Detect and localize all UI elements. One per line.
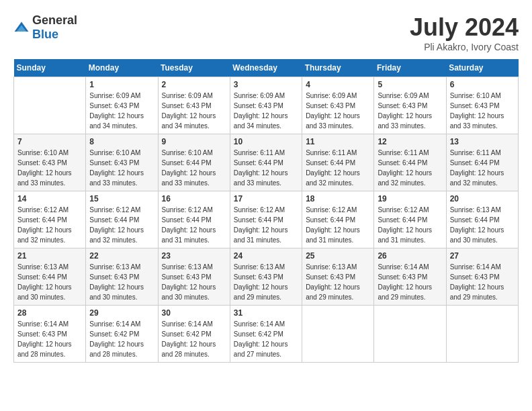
col-sunday: Sunday — [14, 59, 86, 77]
table-row: 28Sunrise: 6:14 AM Sunset: 6:43 PM Dayli… — [14, 306, 86, 363]
day-info: Sunrise: 6:14 AM Sunset: 6:43 PM Dayligh… — [378, 262, 442, 302]
day-info: Sunrise: 6:14 AM Sunset: 6:42 PM Dayligh… — [162, 319, 226, 359]
table-row: 11Sunrise: 6:11 AM Sunset: 6:44 PM Dayli… — [302, 134, 374, 191]
table-row: 21Sunrise: 6:13 AM Sunset: 6:44 PM Dayli… — [14, 248, 86, 306]
general-blue-logo-icon — [13, 21, 30, 34]
table-row: 1Sunrise: 6:09 AM Sunset: 6:43 PM Daylig… — [86, 77, 158, 134]
location-subtitle: Pli Akakro, Ivory Coast — [410, 42, 519, 52]
day-info: Sunrise: 6:13 AM Sunset: 6:44 PM Dayligh… — [450, 205, 515, 245]
table-row: 25Sunrise: 6:13 AM Sunset: 6:43 PM Dayli… — [302, 248, 374, 306]
logo-general-text: General — [32, 13, 77, 27]
table-row — [14, 77, 86, 134]
table-row: 9Sunrise: 6:10 AM Sunset: 6:44 PM Daylig… — [158, 134, 230, 191]
calendar-week-row: 21Sunrise: 6:13 AM Sunset: 6:44 PM Dayli… — [14, 248, 519, 306]
logo: General Blue — [13, 13, 77, 42]
day-number: 11 — [306, 137, 370, 146]
day-number: 21 — [17, 251, 82, 261]
day-number: 28 — [17, 308, 82, 318]
day-info: Sunrise: 6:11 AM Sunset: 6:44 PM Dayligh… — [306, 148, 370, 188]
table-row: 3Sunrise: 6:09 AM Sunset: 6:43 PM Daylig… — [230, 77, 302, 134]
day-number: 30 — [162, 308, 226, 318]
day-info: Sunrise: 6:12 AM Sunset: 6:44 PM Dayligh… — [89, 205, 154, 245]
day-info: Sunrise: 6:11 AM Sunset: 6:44 PM Dayligh… — [378, 148, 442, 188]
day-number: 7 — [17, 137, 82, 146]
day-number: 19 — [378, 194, 442, 203]
day-number: 16 — [162, 194, 226, 203]
table-row: 13Sunrise: 6:11 AM Sunset: 6:44 PM Dayli… — [446, 134, 518, 191]
table-row: 20Sunrise: 6:13 AM Sunset: 6:44 PM Dayli… — [446, 191, 518, 248]
day-number: 26 — [378, 251, 442, 261]
table-row: 29Sunrise: 6:14 AM Sunset: 6:42 PM Dayli… — [86, 306, 158, 363]
table-row: 23Sunrise: 6:13 AM Sunset: 6:43 PM Dayli… — [158, 248, 230, 306]
table-row: 26Sunrise: 6:14 AM Sunset: 6:43 PM Dayli… — [374, 248, 446, 306]
table-row: 19Sunrise: 6:12 AM Sunset: 6:44 PM Dayli… — [374, 191, 446, 248]
day-number: 1 — [89, 80, 154, 89]
table-row: 14Sunrise: 6:12 AM Sunset: 6:44 PM Dayli… — [14, 191, 86, 248]
day-info: Sunrise: 6:09 AM Sunset: 6:43 PM Dayligh… — [89, 91, 154, 131]
day-number: 8 — [89, 137, 154, 146]
table-row: 30Sunrise: 6:14 AM Sunset: 6:42 PM Dayli… — [158, 306, 230, 363]
day-info: Sunrise: 6:13 AM Sunset: 6:43 PM Dayligh… — [234, 262, 298, 302]
calendar-week-row: 1Sunrise: 6:09 AM Sunset: 6:43 PM Daylig… — [14, 77, 519, 134]
day-number: 17 — [234, 194, 298, 203]
day-number: 23 — [162, 251, 226, 261]
day-number: 5 — [378, 80, 442, 89]
day-info: Sunrise: 6:12 AM Sunset: 6:44 PM Dayligh… — [378, 205, 442, 245]
day-number: 6 — [450, 80, 515, 89]
calendar-week-row: 14Sunrise: 6:12 AM Sunset: 6:44 PM Dayli… — [14, 191, 519, 248]
day-info: Sunrise: 6:11 AM Sunset: 6:44 PM Dayligh… — [450, 148, 515, 188]
day-info: Sunrise: 6:14 AM Sunset: 6:42 PM Dayligh… — [234, 319, 298, 359]
table-row: 18Sunrise: 6:12 AM Sunset: 6:44 PM Dayli… — [302, 191, 374, 248]
day-number: 18 — [306, 194, 370, 203]
day-info: Sunrise: 6:10 AM Sunset: 6:43 PM Dayligh… — [450, 91, 515, 131]
calendar-header-row: Sunday Monday Tuesday Wednesday Thursday… — [14, 59, 519, 77]
table-row: 5Sunrise: 6:09 AM Sunset: 6:43 PM Daylig… — [374, 77, 446, 134]
day-number: 29 — [89, 308, 154, 318]
day-number: 25 — [306, 251, 370, 261]
table-row: 31Sunrise: 6:14 AM Sunset: 6:42 PM Dayli… — [230, 306, 302, 363]
day-info: Sunrise: 6:10 AM Sunset: 6:44 PM Dayligh… — [162, 148, 226, 188]
day-info: Sunrise: 6:11 AM Sunset: 6:44 PM Dayligh… — [234, 148, 298, 188]
table-row: 8Sunrise: 6:10 AM Sunset: 6:43 PM Daylig… — [86, 134, 158, 191]
day-number: 9 — [162, 137, 226, 146]
day-info: Sunrise: 6:10 AM Sunset: 6:43 PM Dayligh… — [89, 148, 154, 188]
day-number: 20 — [450, 194, 515, 203]
day-info: Sunrise: 6:13 AM Sunset: 6:43 PM Dayligh… — [306, 262, 370, 302]
title-area: July 2024 Pli Akakro, Ivory Coast — [410, 13, 519, 52]
day-number: 13 — [450, 137, 515, 146]
table-row — [446, 306, 518, 363]
day-number: 24 — [234, 251, 298, 261]
logo-blue-text: Blue — [32, 28, 58, 41]
col-monday: Monday — [86, 59, 158, 77]
day-info: Sunrise: 6:12 AM Sunset: 6:44 PM Dayligh… — [234, 205, 298, 245]
day-number: 4 — [306, 80, 370, 89]
table-row: 4Sunrise: 6:09 AM Sunset: 6:43 PM Daylig… — [302, 77, 374, 134]
col-friday: Friday — [374, 59, 446, 77]
col-saturday: Saturday — [446, 59, 518, 77]
day-info: Sunrise: 6:13 AM Sunset: 6:43 PM Dayligh… — [89, 262, 154, 302]
table-row: 15Sunrise: 6:12 AM Sunset: 6:44 PM Dayli… — [86, 191, 158, 248]
table-row — [302, 306, 374, 363]
col-tuesday: Tuesday — [158, 59, 230, 77]
table-row: 10Sunrise: 6:11 AM Sunset: 6:44 PM Dayli… — [230, 134, 302, 191]
col-wednesday: Wednesday — [230, 59, 302, 77]
table-row: 22Sunrise: 6:13 AM Sunset: 6:43 PM Dayli… — [86, 248, 158, 306]
day-info: Sunrise: 6:09 AM Sunset: 6:43 PM Dayligh… — [378, 91, 442, 131]
day-number: 10 — [234, 137, 298, 146]
day-info: Sunrise: 6:12 AM Sunset: 6:44 PM Dayligh… — [17, 205, 82, 245]
month-title: July 2024 — [410, 13, 519, 42]
day-info: Sunrise: 6:12 AM Sunset: 6:44 PM Dayligh… — [306, 205, 370, 245]
day-number: 2 — [162, 80, 226, 89]
day-info: Sunrise: 6:09 AM Sunset: 6:43 PM Dayligh… — [162, 91, 226, 131]
day-info: Sunrise: 6:14 AM Sunset: 6:42 PM Dayligh… — [89, 319, 154, 359]
table-row: 24Sunrise: 6:13 AM Sunset: 6:43 PM Dayli… — [230, 248, 302, 306]
day-number: 15 — [89, 194, 154, 203]
day-number: 3 — [234, 80, 298, 89]
day-info: Sunrise: 6:13 AM Sunset: 6:43 PM Dayligh… — [162, 262, 226, 302]
day-info: Sunrise: 6:09 AM Sunset: 6:43 PM Dayligh… — [234, 91, 298, 131]
table-row — [374, 306, 446, 363]
day-info: Sunrise: 6:10 AM Sunset: 6:43 PM Dayligh… — [17, 148, 82, 188]
table-row: 16Sunrise: 6:12 AM Sunset: 6:44 PM Dayli… — [158, 191, 230, 248]
calendar-week-row: 7Sunrise: 6:10 AM Sunset: 6:43 PM Daylig… — [14, 134, 519, 191]
day-number: 12 — [378, 137, 442, 146]
